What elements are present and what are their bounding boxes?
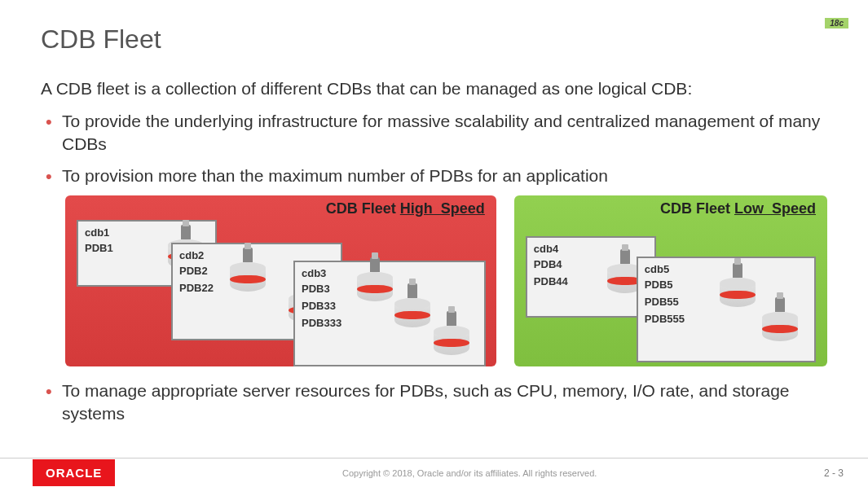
fleet-label-name: Low_Speed bbox=[734, 200, 816, 217]
fleet-diagram: CDB Fleet High_Speed cdb1 PDB1 cdb2 PDB2… bbox=[65, 195, 827, 366]
bullet-list-top: To provide the underlying infrastructure… bbox=[41, 110, 827, 187]
cdb-box: cdb3 PDB3 PDB33 PDB333 bbox=[293, 261, 486, 366]
fleet-low-speed: CDB Fleet Low_Speed cdb4 PDB4 PDB44 cdb5… bbox=[514, 195, 827, 366]
cdb-name: cdb5 bbox=[645, 263, 808, 275]
footer: ORACLE Copyright © 2018, Oracle and/or i… bbox=[0, 458, 868, 487]
fleet-label-prefix: CDB Fleet bbox=[326, 200, 400, 217]
bullet-item: To provision more than the maximum numbe… bbox=[62, 165, 827, 187]
database-icon bbox=[762, 309, 798, 344]
database-icon bbox=[720, 274, 756, 310]
database-icon bbox=[394, 295, 430, 331]
database-icon bbox=[434, 322, 469, 358]
cdb-name: cdb4 bbox=[534, 243, 648, 255]
slide-title: CDB Fleet bbox=[41, 24, 827, 55]
version-badge: 18c bbox=[825, 18, 848, 29]
bullet-item: To manage appropriate server resources f… bbox=[62, 380, 827, 426]
fleet-label: CDB Fleet High_Speed bbox=[326, 200, 485, 217]
brand-logo: ORACLE bbox=[33, 459, 115, 486]
fleet-label-name: High_Speed bbox=[400, 200, 485, 217]
fleet-label: CDB Fleet Low_Speed bbox=[660, 200, 816, 217]
copyright-text: Copyright © 2018, Oracle and/or its affi… bbox=[115, 468, 824, 478]
intro-text: A CDB fleet is a collection of different… bbox=[41, 79, 827, 99]
fleet-high-speed: CDB Fleet High_Speed cdb1 PDB1 cdb2 PDB2… bbox=[65, 195, 496, 366]
page-number: 2 - 3 bbox=[824, 467, 844, 479]
database-icon bbox=[230, 259, 266, 295]
fleet-label-prefix: CDB Fleet bbox=[660, 200, 734, 217]
bullet-list-bottom: To manage appropriate server resources f… bbox=[41, 380, 827, 426]
bullet-item: To provide the underlying infrastructure… bbox=[62, 110, 827, 156]
slide: 18c CDB Fleet A CDB fleet is a collectio… bbox=[0, 0, 868, 487]
cdb-box: cdb5 PDB5 PDB55 PDB555 bbox=[637, 257, 816, 362]
database-icon bbox=[357, 269, 393, 305]
